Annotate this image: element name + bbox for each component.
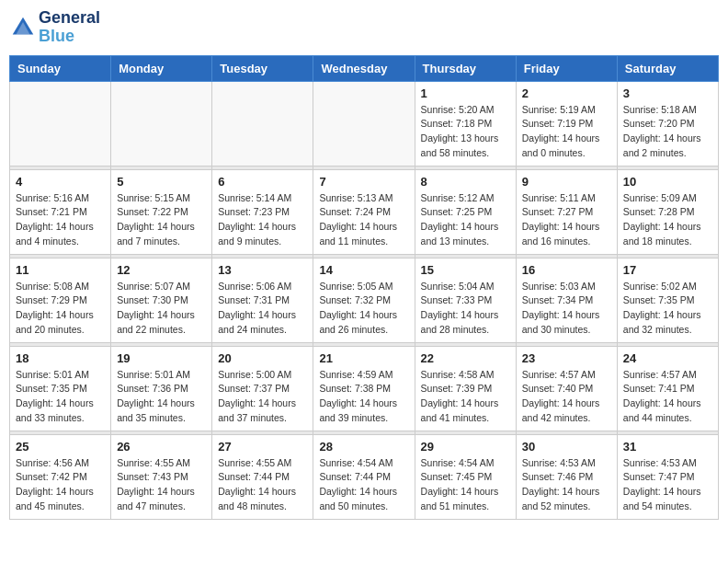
day-header-sunday: Sunday bbox=[10, 55, 111, 81]
calendar-day: 3Sunrise: 5:18 AM Sunset: 7:20 PM Daylig… bbox=[617, 81, 718, 166]
day-number: 23 bbox=[522, 351, 611, 365]
calendar-day: 27Sunrise: 4:55 AM Sunset: 7:44 PM Dayli… bbox=[212, 434, 313, 519]
day-number: 26 bbox=[117, 440, 206, 454]
calendar-day bbox=[313, 81, 415, 166]
day-number: 7 bbox=[319, 175, 408, 189]
day-number: 3 bbox=[623, 86, 712, 100]
calendar-day bbox=[212, 81, 313, 166]
day-info: Sunrise: 4:53 AM Sunset: 7:46 PM Dayligh… bbox=[522, 456, 611, 514]
day-info: Sunrise: 5:15 AM Sunset: 7:22 PM Dayligh… bbox=[117, 191, 206, 249]
calendar-day: 16Sunrise: 5:03 AM Sunset: 7:34 PM Dayli… bbox=[516, 258, 617, 342]
day-info: Sunrise: 5:00 AM Sunset: 7:37 PM Dayligh… bbox=[218, 368, 307, 426]
day-number: 1 bbox=[421, 86, 510, 100]
day-number: 6 bbox=[218, 175, 307, 189]
calendar-day: 18Sunrise: 5:01 AM Sunset: 7:35 PM Dayli… bbox=[10, 346, 111, 431]
day-info: Sunrise: 5:09 AM Sunset: 7:28 PM Dayligh… bbox=[623, 191, 712, 249]
calendar-day bbox=[111, 81, 212, 166]
day-info: Sunrise: 4:55 AM Sunset: 7:44 PM Dayligh… bbox=[218, 456, 307, 514]
day-info: Sunrise: 5:01 AM Sunset: 7:35 PM Dayligh… bbox=[16, 368, 105, 426]
calendar-day: 28Sunrise: 4:54 AM Sunset: 7:44 PM Dayli… bbox=[313, 434, 415, 519]
calendar-day: 22Sunrise: 4:58 AM Sunset: 7:39 PM Dayli… bbox=[415, 346, 516, 431]
day-number: 21 bbox=[319, 351, 408, 365]
calendar-day: 11Sunrise: 5:08 AM Sunset: 7:29 PM Dayli… bbox=[10, 258, 111, 342]
day-info: Sunrise: 4:59 AM Sunset: 7:38 PM Dayligh… bbox=[319, 368, 408, 426]
day-number: 25 bbox=[16, 440, 105, 454]
calendar-day: 24Sunrise: 4:57 AM Sunset: 7:41 PM Dayli… bbox=[617, 346, 718, 431]
calendar-day: 12Sunrise: 5:07 AM Sunset: 7:30 PM Dayli… bbox=[111, 258, 212, 342]
day-info: Sunrise: 5:12 AM Sunset: 7:25 PM Dayligh… bbox=[421, 191, 510, 249]
day-number: 8 bbox=[421, 175, 510, 189]
day-number: 31 bbox=[623, 440, 712, 454]
calendar-day: 9Sunrise: 5:11 AM Sunset: 7:27 PM Daylig… bbox=[516, 169, 617, 254]
day-info: Sunrise: 5:02 AM Sunset: 7:35 PM Dayligh… bbox=[623, 280, 712, 338]
day-header-tuesday: Tuesday bbox=[212, 55, 313, 81]
calendar-day: 21Sunrise: 4:59 AM Sunset: 7:38 PM Dayli… bbox=[313, 346, 415, 431]
day-info: Sunrise: 4:54 AM Sunset: 7:45 PM Dayligh… bbox=[421, 456, 510, 514]
calendar-week-3: 11Sunrise: 5:08 AM Sunset: 7:29 PM Dayli… bbox=[10, 258, 719, 342]
day-info: Sunrise: 4:56 AM Sunset: 7:42 PM Dayligh… bbox=[16, 456, 105, 514]
day-number: 10 bbox=[623, 175, 712, 189]
day-info: Sunrise: 5:14 AM Sunset: 7:23 PM Dayligh… bbox=[218, 191, 307, 249]
day-number: 5 bbox=[117, 175, 206, 189]
day-info: Sunrise: 5:19 AM Sunset: 7:19 PM Dayligh… bbox=[522, 103, 611, 161]
calendar-day: 20Sunrise: 5:00 AM Sunset: 7:37 PM Dayli… bbox=[212, 346, 313, 431]
day-info: Sunrise: 5:05 AM Sunset: 7:32 PM Dayligh… bbox=[319, 280, 408, 338]
day-number: 4 bbox=[16, 175, 105, 189]
calendar-day: 4Sunrise: 5:16 AM Sunset: 7:21 PM Daylig… bbox=[10, 169, 111, 254]
day-number: 14 bbox=[319, 263, 408, 277]
calendar-day: 5Sunrise: 5:15 AM Sunset: 7:22 PM Daylig… bbox=[111, 169, 212, 254]
day-info: Sunrise: 4:58 AM Sunset: 7:39 PM Dayligh… bbox=[421, 368, 510, 426]
day-info: Sunrise: 5:18 AM Sunset: 7:20 PM Dayligh… bbox=[623, 103, 712, 161]
day-info: Sunrise: 4:55 AM Sunset: 7:43 PM Dayligh… bbox=[117, 456, 206, 514]
day-info: Sunrise: 5:06 AM Sunset: 7:31 PM Dayligh… bbox=[218, 280, 307, 338]
calendar: SundayMondayTuesdayWednesdayThursdayFrid… bbox=[9, 55, 719, 520]
calendar-day: 31Sunrise: 4:53 AM Sunset: 7:47 PM Dayli… bbox=[617, 434, 718, 519]
day-number: 30 bbox=[522, 440, 611, 454]
day-number: 27 bbox=[218, 440, 307, 454]
calendar-week-1: 1Sunrise: 5:20 AM Sunset: 7:18 PM Daylig… bbox=[10, 81, 719, 166]
calendar-day: 8Sunrise: 5:12 AM Sunset: 7:25 PM Daylig… bbox=[415, 169, 516, 254]
day-number: 15 bbox=[421, 263, 510, 277]
day-info: Sunrise: 5:11 AM Sunset: 7:27 PM Dayligh… bbox=[522, 191, 611, 249]
calendar-day bbox=[10, 81, 111, 166]
calendar-week-5: 25Sunrise: 4:56 AM Sunset: 7:42 PM Dayli… bbox=[10, 434, 719, 519]
day-info: Sunrise: 4:57 AM Sunset: 7:40 PM Dayligh… bbox=[522, 368, 611, 426]
day-info: Sunrise: 5:20 AM Sunset: 7:18 PM Dayligh… bbox=[421, 103, 510, 161]
day-number: 2 bbox=[522, 86, 611, 100]
day-info: Sunrise: 5:01 AM Sunset: 7:36 PM Dayligh… bbox=[117, 368, 206, 426]
calendar-day: 6Sunrise: 5:14 AM Sunset: 7:23 PM Daylig… bbox=[212, 169, 313, 254]
day-number: 29 bbox=[421, 440, 510, 454]
calendar-header-row: SundayMondayTuesdayWednesdayThursdayFrid… bbox=[10, 55, 719, 81]
day-info: Sunrise: 4:54 AM Sunset: 7:44 PM Dayligh… bbox=[319, 456, 408, 514]
day-info: Sunrise: 5:07 AM Sunset: 7:30 PM Dayligh… bbox=[117, 280, 206, 338]
calendar-day: 29Sunrise: 4:54 AM Sunset: 7:45 PM Dayli… bbox=[415, 434, 516, 519]
calendar-day: 25Sunrise: 4:56 AM Sunset: 7:42 PM Dayli… bbox=[10, 434, 111, 519]
day-header-friday: Friday bbox=[516, 55, 617, 81]
calendar-day: 1Sunrise: 5:20 AM Sunset: 7:18 PM Daylig… bbox=[415, 81, 516, 166]
day-number: 24 bbox=[623, 351, 712, 365]
calendar-day: 26Sunrise: 4:55 AM Sunset: 7:43 PM Dayli… bbox=[111, 434, 212, 519]
calendar-week-4: 18Sunrise: 5:01 AM Sunset: 7:35 PM Dayli… bbox=[10, 346, 719, 431]
logo-icon bbox=[9, 14, 37, 41]
calendar-day: 15Sunrise: 5:04 AM Sunset: 7:33 PM Dayli… bbox=[415, 258, 516, 342]
logo-text: General Blue bbox=[39, 9, 100, 46]
calendar-day: 13Sunrise: 5:06 AM Sunset: 7:31 PM Dayli… bbox=[212, 258, 313, 342]
calendar-day: 19Sunrise: 5:01 AM Sunset: 7:36 PM Dayli… bbox=[111, 346, 212, 431]
day-number: 11 bbox=[16, 263, 105, 277]
day-info: Sunrise: 4:53 AM Sunset: 7:47 PM Dayligh… bbox=[623, 456, 712, 514]
calendar-day: 17Sunrise: 5:02 AM Sunset: 7:35 PM Dayli… bbox=[617, 258, 718, 342]
day-header-saturday: Saturday bbox=[617, 55, 718, 81]
day-number: 18 bbox=[16, 351, 105, 365]
day-number: 22 bbox=[421, 351, 510, 365]
day-header-wednesday: Wednesday bbox=[313, 55, 415, 81]
logo: General Blue bbox=[9, 9, 100, 46]
day-number: 28 bbox=[319, 440, 408, 454]
calendar-week-2: 4Sunrise: 5:16 AM Sunset: 7:21 PM Daylig… bbox=[10, 169, 719, 254]
day-header-thursday: Thursday bbox=[415, 55, 516, 81]
day-number: 9 bbox=[522, 175, 611, 189]
calendar-day: 23Sunrise: 4:57 AM Sunset: 7:40 PM Dayli… bbox=[516, 346, 617, 431]
day-info: Sunrise: 5:13 AM Sunset: 7:24 PM Dayligh… bbox=[319, 191, 408, 249]
calendar-day: 30Sunrise: 4:53 AM Sunset: 7:46 PM Dayli… bbox=[516, 434, 617, 519]
day-info: Sunrise: 5:16 AM Sunset: 7:21 PM Dayligh… bbox=[16, 191, 105, 249]
day-number: 13 bbox=[218, 263, 307, 277]
